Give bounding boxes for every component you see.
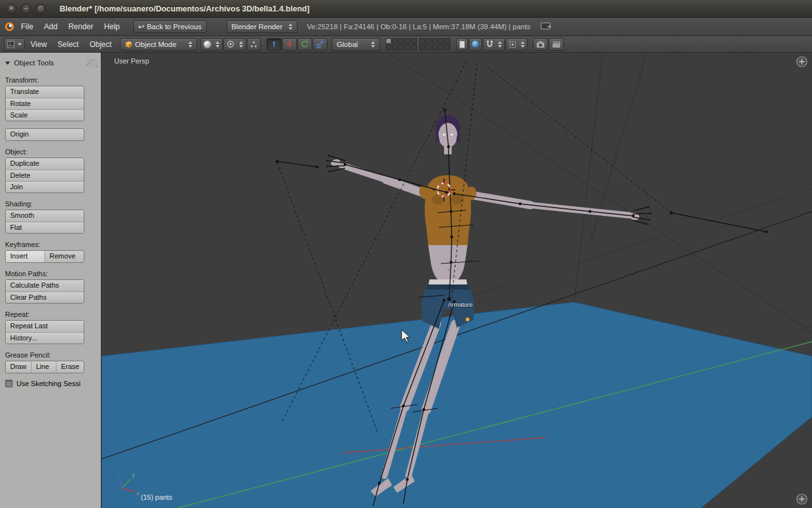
layer-cell[interactable] xyxy=(426,38,431,44)
screen-layout-icon[interactable] xyxy=(540,22,553,32)
layer-cell[interactable] xyxy=(411,44,417,50)
rotate-icon xyxy=(301,40,309,48)
layer-cell[interactable] xyxy=(405,38,410,44)
layer-cell[interactable] xyxy=(432,38,438,44)
layer-cell[interactable] xyxy=(426,44,431,50)
grease-draw-button[interactable]: Draw xyxy=(6,361,31,373)
layer-cell[interactable] xyxy=(386,44,391,50)
menu-help[interactable]: Help xyxy=(99,20,125,33)
back-to-previous-label: Back to Previous xyxy=(147,23,201,30)
opengl-render-button[interactable] xyxy=(533,38,548,51)
flat-button[interactable]: Flat xyxy=(6,222,84,233)
main-area: Object Tools Transform: Translate Rotate… xyxy=(0,53,812,508)
snap-element-dropdown[interactable] xyxy=(506,38,528,51)
layer-cell[interactable] xyxy=(411,38,417,44)
origin-button[interactable]: Origin xyxy=(6,129,84,140)
back-to-previous-button[interactable]: ↩ Back to Previous xyxy=(133,20,207,33)
interaction-mode-dropdown[interactable]: Object Mode xyxy=(120,38,197,51)
layer-cell[interactable] xyxy=(419,44,425,50)
transform-section-label: Transform: xyxy=(5,76,96,84)
window-title: Blender* [/home/suanero/Documentos/Archi… xyxy=(60,4,310,13)
chevron-down-icon xyxy=(18,43,22,46)
layers-widget[interactable] xyxy=(386,38,450,50)
checkbox-icon[interactable] xyxy=(5,380,13,387)
calculate-paths-button[interactable]: Calculate Paths xyxy=(6,280,84,291)
pivot-align-toggle[interactable] xyxy=(247,38,261,51)
viewport-3d[interactable]: x y User Persp Armature (1 xyxy=(102,53,812,508)
layer-cell[interactable] xyxy=(405,44,410,50)
translate-button[interactable]: Translate xyxy=(6,86,84,98)
layer-cell[interactable] xyxy=(438,44,444,50)
opengl-render-animation-button[interactable] xyxy=(549,38,564,51)
minimize-button[interactable]: – xyxy=(21,4,31,14)
layer-cell[interactable] xyxy=(419,38,425,44)
dropdown-arrows-icon xyxy=(188,41,192,48)
layer-cell[interactable] xyxy=(445,38,450,44)
menu-render[interactable]: Render xyxy=(63,20,98,33)
active-object-label: (15) pants xyxy=(141,493,173,501)
smooth-button[interactable]: Smooth xyxy=(6,210,84,222)
history-button[interactable]: History... xyxy=(6,332,84,344)
duplicate-button[interactable]: Duplicate xyxy=(6,158,84,170)
dropdown-arrows-icon xyxy=(216,41,219,48)
scale-manipulator-button[interactable] xyxy=(313,38,327,51)
layer-cell[interactable] xyxy=(398,38,404,44)
layer-group-2[interactable] xyxy=(419,38,450,50)
lock-scene-button[interactable] xyxy=(456,38,468,51)
grease-erase-button[interactable]: Erase xyxy=(56,361,84,373)
expand-region-bottom-icon[interactable] xyxy=(797,494,807,504)
pivot-point-dropdown[interactable] xyxy=(223,38,246,51)
object-mode-icon xyxy=(125,41,133,48)
manipulator-toggle-button[interactable] xyxy=(266,38,282,51)
pivot-icon xyxy=(226,40,235,48)
viewport-shading-dropdown[interactable] xyxy=(200,38,223,51)
layer-cell[interactable] xyxy=(438,38,444,44)
scale-icon xyxy=(316,40,324,48)
menu-file[interactable]: File xyxy=(16,20,38,33)
viewport-canvas[interactable]: x y xyxy=(102,53,812,508)
maximize-button[interactable]: □ xyxy=(36,4,46,14)
panel-grip-icon[interactable] xyxy=(86,59,98,67)
render-engine-dropdown[interactable]: Blender Render xyxy=(226,20,298,33)
expand-region-icon[interactable] xyxy=(797,57,807,67)
scale-button[interactable]: Scale xyxy=(6,109,84,121)
dropdown-arrows-icon xyxy=(289,23,292,30)
remove-keyframe-button[interactable]: Remove xyxy=(44,251,84,262)
grease-line-button[interactable]: Line xyxy=(31,361,56,373)
transform-orientation-dropdown[interactable]: Global xyxy=(332,38,380,51)
menu-view[interactable]: View xyxy=(25,38,52,51)
close-button[interactable]: × xyxy=(6,4,16,14)
editor-type-button[interactable] xyxy=(4,38,25,51)
proportional-edit-button[interactable] xyxy=(469,38,482,51)
layer-group-1[interactable] xyxy=(386,38,417,50)
rotate-button[interactable]: Rotate xyxy=(6,98,84,109)
layer-cell[interactable] xyxy=(392,38,398,44)
panel-title: Object Tools xyxy=(14,59,54,67)
layer-cell[interactable] xyxy=(386,38,391,44)
layer-cell[interactable] xyxy=(398,44,404,50)
orientation-value: Global xyxy=(337,41,358,48)
menu-add[interactable]: Add xyxy=(39,20,62,33)
clear-paths-button[interactable]: Clear Paths xyxy=(6,291,84,303)
layer-cell[interactable] xyxy=(445,44,450,50)
layer-cell[interactable] xyxy=(392,44,398,50)
shading-sphere-icon xyxy=(204,41,211,48)
checkbox-label: Use Sketching Sessi xyxy=(16,380,81,387)
proportional-edit-icon xyxy=(472,41,479,48)
blender-logo-icon[interactable] xyxy=(4,22,15,32)
join-button[interactable]: Join xyxy=(6,181,84,192)
snap-dropdown[interactable] xyxy=(483,38,505,51)
rotate-manipulator-button[interactable] xyxy=(298,38,312,51)
insert-keyframe-button[interactable]: Insert xyxy=(6,251,44,262)
layer-cell[interactable] xyxy=(432,44,438,50)
menu-object[interactable]: Object xyxy=(84,38,117,51)
menu-select[interactable]: Select xyxy=(53,38,84,51)
dropdown-arrows-icon xyxy=(498,41,502,48)
gizmo-y-label: y xyxy=(132,472,135,478)
translate-manipulator-button[interactable] xyxy=(282,38,297,51)
motion-paths-section-label: Motion Paths: xyxy=(5,270,96,277)
use-sketching-session-checkbox[interactable]: Use Sketching Sessi xyxy=(5,380,96,387)
delete-button[interactable]: Delete xyxy=(6,170,84,181)
repeat-last-button[interactable]: Repeat Last xyxy=(6,321,84,332)
manipulator-axis-icon xyxy=(270,40,278,48)
